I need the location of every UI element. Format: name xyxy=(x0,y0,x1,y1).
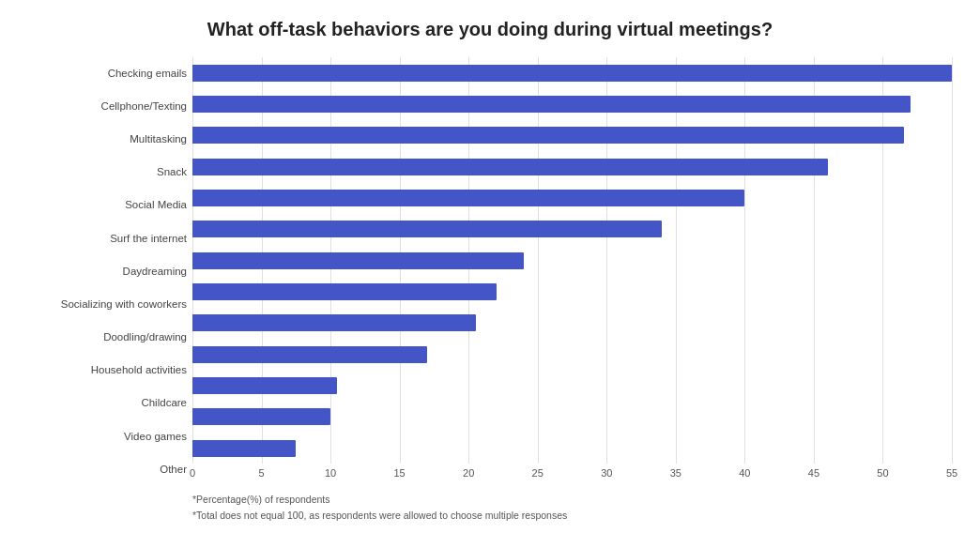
bar xyxy=(192,283,497,300)
grid-line xyxy=(952,57,953,464)
y-label: Household activities xyxy=(28,358,187,384)
x-tick-label: 5 xyxy=(258,467,264,479)
y-labels: Checking emailsCellphone/TextingMultitas… xyxy=(28,57,192,486)
bars-section: Checking emailsCellphone/TextingMultitas… xyxy=(28,57,952,486)
chart-container: What off-task behaviors are you doing du… xyxy=(0,0,980,533)
bar xyxy=(192,314,476,331)
bar-row xyxy=(192,154,952,180)
y-label: Video games xyxy=(28,423,187,449)
bar-row xyxy=(192,310,952,336)
bars-column xyxy=(192,57,952,464)
bar-row xyxy=(192,185,952,211)
chart-title: What off-task behaviors are you doing du… xyxy=(28,19,952,40)
bar-row xyxy=(192,248,952,274)
bar xyxy=(192,377,337,394)
x-tick-label: 15 xyxy=(394,467,406,479)
bars-and-grid: 0510152025303540455055 xyxy=(192,57,952,486)
footer-line2: *Total does not equal 100, as respondent… xyxy=(192,508,952,524)
bar xyxy=(192,159,828,175)
x-tick-label: 20 xyxy=(463,467,474,479)
bar-row xyxy=(192,373,952,399)
y-label: Snack xyxy=(28,160,187,186)
y-label: Multitasking xyxy=(28,127,187,153)
bar-row xyxy=(192,122,952,148)
x-tick-label: 40 xyxy=(739,467,750,479)
y-label: Childcare xyxy=(28,390,187,417)
bar xyxy=(192,127,904,144)
y-label: Daydreaming xyxy=(28,259,187,285)
bar-row xyxy=(192,60,952,86)
bar xyxy=(192,252,524,269)
y-label: Socializing with coworkers xyxy=(28,292,187,318)
footer-line1: *Percentage(%) of respondents xyxy=(192,492,952,508)
y-label: Other xyxy=(28,457,187,483)
y-label: Cellphone/Texting xyxy=(28,94,187,120)
bar xyxy=(192,346,427,363)
bar xyxy=(192,440,296,457)
bar-row xyxy=(192,216,952,242)
x-tick-label: 35 xyxy=(670,467,681,479)
y-label: Surf the internet xyxy=(28,225,187,251)
bar-row xyxy=(192,279,952,305)
x-axis: 0510152025303540455055 xyxy=(192,465,952,486)
x-tick-label: 50 xyxy=(877,467,888,479)
bar xyxy=(192,221,662,237)
chart-area: Checking emailsCellphone/TextingMultitas… xyxy=(28,57,952,524)
x-tick-label: 25 xyxy=(532,467,544,479)
bar-row xyxy=(192,342,952,368)
grid-and-bars xyxy=(192,57,952,464)
bar-row xyxy=(192,91,952,117)
bar xyxy=(192,408,330,425)
x-tick-label: 0 xyxy=(190,467,195,479)
bar-row xyxy=(192,404,952,430)
bar xyxy=(192,96,911,113)
x-tick-label: 45 xyxy=(808,467,819,479)
y-label: Social Media xyxy=(28,192,187,219)
bar xyxy=(192,190,744,206)
bar-row xyxy=(192,435,952,462)
x-tick-label: 30 xyxy=(601,467,612,479)
x-tick-label: 10 xyxy=(325,467,336,479)
footer-notes: *Percentage(%) of respondents *Total doe… xyxy=(28,492,952,524)
y-label: Doodling/drawing xyxy=(28,325,187,351)
bar xyxy=(192,65,952,82)
x-tick-label: 55 xyxy=(946,467,957,479)
y-label: Checking emails xyxy=(28,61,187,87)
